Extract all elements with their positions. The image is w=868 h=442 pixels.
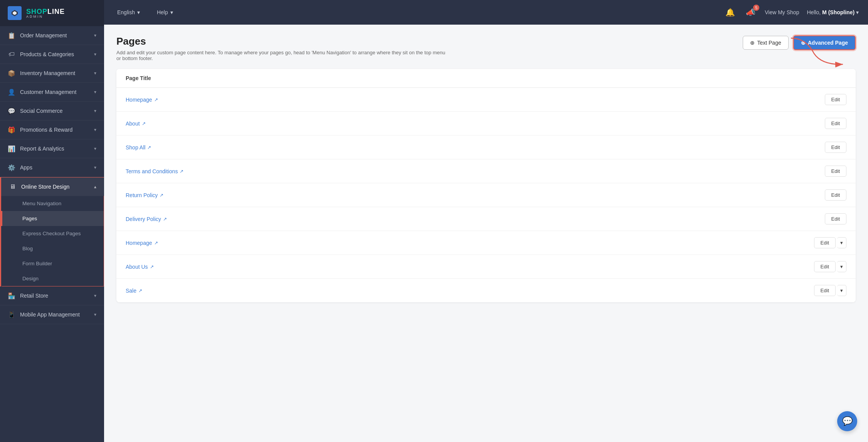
chevron-down-icon: ▾ [94,312,96,317]
page-header: Pages Add and edit your custom page cont… [116,35,856,61]
chevron-down-icon: ▾ [94,165,96,170]
table-row: Delivery Policy ↗ Edit [116,207,856,231]
edit-dropdown-button[interactable]: ▾ [837,285,846,296]
sidebar-item-retail-store[interactable]: 🏪 Retail Store ▾ [0,286,104,305]
page-link-about[interactable]: About ↗ [126,121,146,127]
help-menu[interactable]: Help ▾ [153,7,177,18]
advanced-page-label: Advanced Page [808,40,848,46]
sidebar-item-report[interactable]: 📊 Report & Analytics ▾ [0,139,104,158]
topbar-left: English ▾ Help ▾ [113,7,177,18]
external-link-icon: ↗ [150,264,154,270]
sidebar-label-retail: Retail Store [20,293,48,299]
external-link-icon: ↗ [142,121,146,126]
user-greeting[interactable]: Hello, M (Shopline) ▾ [807,9,859,15]
sidebar-item-order-management[interactable]: 📋 Order Management ▾ [0,26,104,45]
sidebar-sub-design[interactable]: Design [1,271,104,286]
page-link-terms[interactable]: Terms and Conditions ↗ [126,168,183,174]
sidebar-label-order: Order Management [20,32,67,39]
edit-button[interactable]: Edit [825,213,846,224]
notification-bell[interactable]: 🔔 [724,6,737,18]
row-actions: Edit [825,189,846,201]
row-actions: Edit [825,166,846,177]
view-shop-btn[interactable]: View My Shop [765,9,799,15]
announcement-icon-btn[interactable]: 📣 5 [744,6,757,18]
sidebar-sub-pages[interactable]: Pages [1,211,104,226]
sidebar-sub-blog[interactable]: Blog [1,241,104,256]
edit-button[interactable]: Edit [825,166,846,177]
sidebar-sub-form-builder[interactable]: Form Builder [1,256,104,271]
row-actions: Edit ▾ [814,237,846,248]
chevron-down-icon: ▾ [840,240,843,246]
mobile-icon: 📱 [8,311,15,318]
external-link-icon: ↗ [163,216,167,222]
chevron-down-icon: ▾ [94,108,96,114]
external-link-icon: ↗ [154,240,158,246]
plus-icon: ⊕ [750,40,755,46]
chevron-down-icon: ▾ [94,70,96,76]
page-link-shop-all[interactable]: Shop All ↗ [126,144,151,151]
chevron-down-icon: ▾ [94,146,96,151]
content-area: Pages Add and edit your custom page cont… [104,25,868,442]
chevron-down-icon: ▾ [94,89,96,95]
sidebar-label-promotions: Promotions & Reward [20,127,72,133]
edit-button[interactable]: Edit [825,142,846,153]
edit-button[interactable]: Edit [814,237,836,248]
external-link-icon: ↗ [180,169,183,174]
page-link-homepage-1[interactable]: Homepage ↗ [126,97,158,103]
sidebar-item-apps[interactable]: ⚙️ Apps ▾ [0,158,104,177]
sidebar-label-report: Report & Analytics [20,146,64,152]
edit-button[interactable]: Edit [825,94,846,105]
page-link-homepage-2[interactable]: Homepage ↗ [126,240,158,246]
edit-button[interactable]: Edit [814,261,836,272]
external-link-icon: ↗ [138,288,142,293]
chevron-down-icon: ▾ [94,33,96,38]
table-row: About Us ↗ Edit ▾ [116,255,856,279]
edit-dropdown-button[interactable]: ▾ [837,261,846,272]
row-actions: Edit [825,118,846,129]
page-title: Pages [116,35,448,47]
sidebar-sub-express-checkout[interactable]: Express Checkout Pages [1,226,104,241]
sidebar-item-online-store[interactable]: 🖥 Online Store Design ▴ [0,177,104,196]
sidebar-label-customer: Customer Management [20,89,76,95]
design-label: Design [22,276,39,281]
sidebar-item-promotions[interactable]: 🎁 Promotions & Reward ▾ [0,121,104,139]
help-chevron-icon: ▾ [170,9,173,15]
customer-icon: 👤 [8,88,15,96]
store-icon: 🖥 [9,183,17,191]
sidebar-label-social: Social Commerce [20,108,62,114]
advanced-page-button[interactable]: ⊕ Advanced Page [793,35,856,50]
chevron-down-icon: ▾ [94,293,96,298]
page-link-sale[interactable]: Sale ↗ [126,288,142,294]
edit-button[interactable]: Edit [825,118,846,129]
notification-badge: 5 [753,5,759,11]
chevron-down-icon: ▾ [94,127,96,132]
external-link-icon: ↗ [154,97,158,102]
form-builder-label: Form Builder [22,261,52,266]
page-link-about-us[interactable]: About Us ↗ [126,264,154,270]
edit-button[interactable]: Edit [814,285,836,296]
edit-button[interactable]: Edit [825,189,846,201]
page-link-return-policy[interactable]: Return Policy ↗ [126,192,163,198]
logo-text: SHOPLINE ADMIN [26,8,65,18]
edit-dropdown-button[interactable]: ▾ [837,237,846,248]
table-row: Shop All ↗ Edit [116,136,856,159]
row-actions: Edit [825,213,846,224]
page-subtitle: Add and edit your custom page content he… [116,50,448,61]
sidebar-label-inventory: Inventory Management [20,70,75,76]
sidebar-item-products-categories[interactable]: 🏷 Products & Categories ▾ [0,45,104,64]
text-page-button[interactable]: ⊕ Text Page [743,36,788,50]
sidebar-item-inventory[interactable]: 📦 Inventory Management ▾ [0,64,104,83]
language-selector[interactable]: English ▾ [113,7,144,18]
sidebar-logo: SHOPLINE ADMIN [0,0,104,26]
chat-support-button[interactable]: 💬 [837,411,857,431]
sidebar-item-customer[interactable]: 👤 Customer Management ▾ [0,83,104,102]
logo-admin-text: ADMIN [26,15,65,18]
chevron-down-icon: ▾ [840,264,843,270]
sidebar-item-social[interactable]: 💬 Social Commerce ▾ [0,102,104,121]
sidebar-item-mobile-app[interactable]: 📱 Mobile App Management ▾ [0,305,104,324]
sidebar-sub-menu-navigation[interactable]: Menu Navigation [1,196,104,211]
table-row: Homepage ↗ Edit ▾ [116,231,856,255]
external-link-icon: ↗ [160,193,163,198]
page-link-delivery-policy[interactable]: Delivery Policy ↗ [126,216,167,222]
table-row: Homepage ↗ Edit [116,88,856,112]
